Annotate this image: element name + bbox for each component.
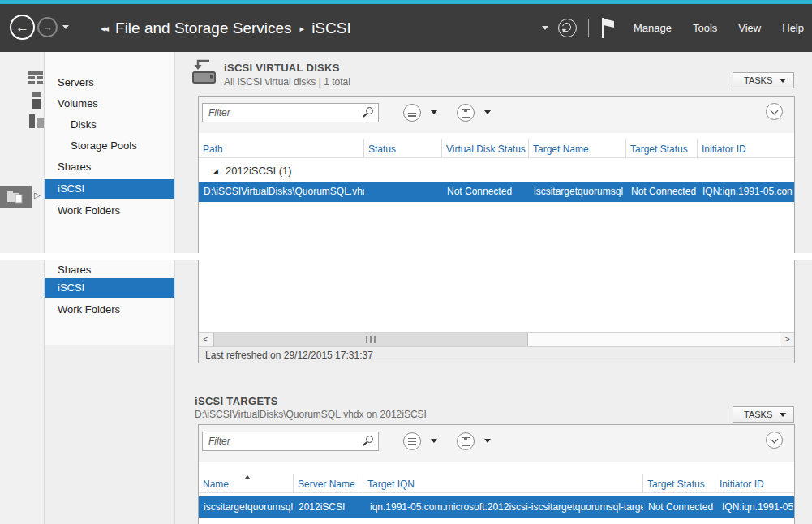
scroll-left-button[interactable]: < <box>199 333 213 346</box>
horizontal-scrollbar: < > <box>199 332 794 346</box>
titlebar-right-group: Manage Tools View Help <box>542 4 804 52</box>
local-server-icon[interactable] <box>32 92 42 109</box>
list-view-button[interactable] <box>403 432 421 450</box>
column-header-status[interactable]: Status <box>364 139 442 158</box>
column-header-virtual-disk-status[interactable]: Virtual Disk Status <box>442 139 529 158</box>
history-dropdown-caret-icon[interactable] <box>62 25 69 29</box>
targets-table-header: Name Server Name Target IQN Target Statu… <box>199 474 794 493</box>
column-header-target-status[interactable]: Target Status <box>626 139 698 158</box>
dashboard-icon[interactable] <box>28 71 43 84</box>
list-view-button[interactable] <box>403 104 421 122</box>
targets-title: iSCSI TARGETS <box>195 395 278 407</box>
screenshot-seam <box>0 253 812 260</box>
menu-view[interactable]: View <box>738 22 761 34</box>
breadcrumb: ◂◂ File and Storage Services ▸ iSCSI <box>101 4 351 52</box>
search-icon[interactable] <box>362 435 374 447</box>
collapse-panel-button[interactable] <box>766 103 783 120</box>
nav-item-shares-2[interactable]: Shares <box>45 261 174 279</box>
breadcrumb-separator-icon: ▸ <box>300 24 305 34</box>
collapse-panel-button[interactable] <box>766 432 783 449</box>
tasks-button-label: TASKS <box>744 75 780 85</box>
column-header-target-iqn[interactable]: Target IQN <box>363 474 643 493</box>
titlebar: ← → ◂◂ File and Storage Services ▸ iSCSI… <box>0 4 812 52</box>
menu-help[interactable]: Help <box>782 22 804 34</box>
virtual-disk-row-selected[interactable]: D:\iSCSIVirtualDisks\QuorumSQL.vhdx Not … <box>199 182 794 202</box>
list-view-caret-icon[interactable] <box>431 439 437 443</box>
cell-path: D:\iSCSIVirtualDisks\QuorumSQL.vhdx <box>199 182 364 202</box>
tasks-caret-icon <box>780 79 786 83</box>
nav-item-iscsi-selected-2[interactable]: iSCSI <box>45 278 174 298</box>
menu-tools[interactable]: Tools <box>693 22 717 34</box>
save-icon <box>462 437 470 446</box>
target-row-selected[interactable]: iscsitargetquorumsql 2012iSCSI iqn.1991-… <box>199 496 794 518</box>
virtual-disks-toolbar <box>199 97 794 133</box>
nav-item-volumes[interactable]: Volumes <box>45 95 174 113</box>
virtual-disks-subtitle: All iSCSI virtual disks | 1 total <box>224 76 350 88</box>
group-label: 2012iSCSI (1) <box>226 165 292 177</box>
targets-toolbar <box>199 425 794 462</box>
column-header-initiator-id[interactable]: Initiator ID <box>698 139 794 158</box>
nav-item-work-folders[interactable]: Work Folders <box>45 202 174 220</box>
column-header-path[interactable]: Path <box>199 139 364 158</box>
column-header-target-name[interactable]: Target Name <box>529 139 626 158</box>
nav-item-iscsi-selected[interactable]: iSCSI <box>45 179 174 199</box>
column-header-server-name[interactable]: Server Name <box>294 474 363 493</box>
scrollbar-thumb[interactable] <box>213 333 528 346</box>
cell-initiator-id: IQN:iqn.1991-05 <box>715 496 794 518</box>
sidebar-icon-strip: ▷ <box>0 52 45 524</box>
flag-banner <box>604 19 614 28</box>
column-header-initiator-id[interactable]: Initiator ID <box>715 474 794 493</box>
titlebar-divider <box>588 19 589 37</box>
cell-server-name: 2012iSCSI <box>294 496 363 518</box>
flag-pole <box>602 18 604 38</box>
virtual-disks-title: iSCSI VIRTUAL DISKS <box>224 62 340 74</box>
cell-target-status: Not Connected <box>626 182 698 202</box>
tasks-caret-icon <box>780 413 786 417</box>
last-refreshed-status: Last refreshed on 29/12/2015 17:31:37 <box>199 346 794 363</box>
forward-button[interactable]: → <box>37 17 58 37</box>
chevron-down-icon <box>771 106 779 114</box>
cell-initiator-id: IQN:iqn.1991-05.con <box>698 182 794 202</box>
cell-target-name: iscsitargetquorumsql <box>529 182 626 202</box>
virtual-disks-tasks-button[interactable]: TASKS <box>733 72 794 88</box>
refresh-button[interactable] <box>558 19 577 37</box>
menu-manage[interactable]: Manage <box>634 22 672 34</box>
notifications-flag-icon[interactable] <box>600 17 616 39</box>
nav-item-shares[interactable]: Shares <box>45 158 174 176</box>
breadcrumb-current: iSCSI <box>311 19 351 37</box>
targets-filter-input[interactable] <box>202 432 379 451</box>
nav-item-disks[interactable]: Disks <box>45 116 174 134</box>
nav-item-storage-pools[interactable]: Storage Pools <box>45 137 174 155</box>
cell-virtual-disk-status: Not Connected <box>442 182 529 202</box>
save-query-caret-icon[interactable] <box>484 439 491 443</box>
scroll-right-button[interactable]: > <box>780 333 794 346</box>
nav-item-work-folders-2[interactable]: Work Folders <box>45 301 174 319</box>
cell-target-status: Not Connected <box>643 496 715 518</box>
virtual-disks-panel: Path Status Virtual Disk Status Target N… <box>198 96 795 363</box>
list-icon <box>408 438 416 445</box>
file-and-storage-services-icon <box>7 190 25 204</box>
save-query-button[interactable] <box>457 432 475 450</box>
breadcrumb-up-icon[interactable]: ◂◂ <box>101 23 107 34</box>
sort-ascending-icon <box>244 475 251 479</box>
search-icon[interactable] <box>362 106 374 118</box>
virtual-disks-filter-input[interactable] <box>202 103 379 122</box>
sidebar-expander-icon[interactable]: ▷ <box>34 191 41 200</box>
targets-tasks-button[interactable]: TASKS <box>733 406 794 423</box>
nav-panel-divider <box>174 52 175 524</box>
notifications-caret-icon[interactable] <box>542 26 548 30</box>
all-servers-icon[interactable] <box>29 114 44 128</box>
tasks-button-label: TASKS <box>744 410 780 419</box>
save-query-button[interactable] <box>457 104 475 122</box>
save-query-caret-icon[interactable] <box>484 110 491 114</box>
server-group-row[interactable]: ◢ 2012iSCSI (1) <box>199 163 794 181</box>
scrollbar-grip-icon <box>366 336 376 343</box>
column-header-target-status[interactable]: Target Status <box>643 474 715 493</box>
file-storage-services-selected-item[interactable] <box>0 186 32 208</box>
back-button[interactable]: ← <box>10 15 35 40</box>
nav-item-servers[interactable]: Servers <box>45 74 174 92</box>
cell-target-iqn: iqn.1991-05.com.microsoft:2012iscsi-iscs… <box>363 496 643 518</box>
breadcrumb-root[interactable]: File and Storage Services <box>115 19 292 37</box>
list-view-caret-icon[interactable] <box>431 110 437 114</box>
nav-panel-bottom: Shares iSCSI Work Folders <box>45 260 174 345</box>
